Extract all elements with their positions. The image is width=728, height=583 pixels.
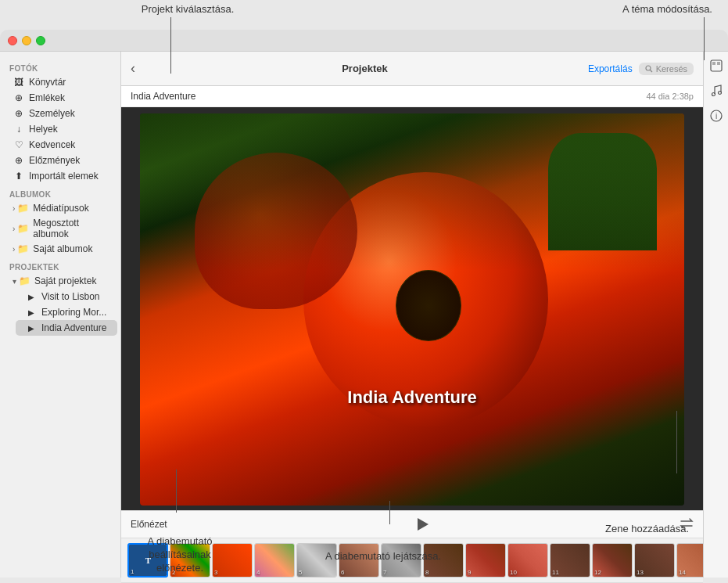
- slide-number-1: 1: [131, 568, 134, 575]
- memories-icon: ⊕: [13, 92, 25, 104]
- sidebar: Fotók 🖼 Könyvtár ⊕ Emlékek ⊕ Személyek ↓…: [0, 52, 121, 578]
- filmstrip-slide-11[interactable]: 11: [550, 543, 590, 578]
- search-placeholder: Keresés: [656, 64, 687, 74]
- disclosure-megosztott: ›: [13, 225, 15, 233]
- sidebar-item-elozmények[interactable]: ⊕ Előzmények: [3, 153, 117, 168]
- project-title: India Adventure: [131, 91, 195, 102]
- slide-number-2: 2: [172, 569, 175, 576]
- slideshow-preview: India Adventure: [140, 113, 684, 506]
- music-button[interactable]: [708, 83, 724, 99]
- sidebar-item-sajat-projektek[interactable]: ▾ 📁 Saját projektek: [3, 273, 117, 289]
- titlebar: [0, 30, 728, 52]
- filmstrip-slide-3[interactable]: 3: [212, 543, 253, 578]
- slide-number-13: 13: [637, 569, 644, 576]
- main-content: ‹ Projektek Exportálás Keresés India Adv…: [121, 52, 703, 583]
- slide-thumb-2: [170, 544, 210, 577]
- sidebar-item-importalt[interactable]: ⬆ Importált elemek: [3, 168, 117, 184]
- back-button[interactable]: ‹: [131, 60, 135, 77]
- annotation-projekt-kivalasztasa: Projekt kiválasztása.: [125, 3, 250, 16]
- slide-number-10: 10: [510, 569, 517, 576]
- repeat-button[interactable]: [680, 518, 694, 531]
- sidebar-item-exploring[interactable]: ▶ Exploring Mor...: [16, 304, 117, 320]
- slide-thumb-1: T: [129, 545, 167, 576]
- slideshow-title: India Adventure: [347, 387, 476, 408]
- disclosure-projektek: ▾: [13, 277, 16, 286]
- slide-number-8: 8: [425, 569, 429, 576]
- project-area: India Adventure 44 dia 2:38p India Adven…: [121, 86, 703, 583]
- slideshow-icon-exploring: ▶: [25, 306, 38, 318]
- controls-bar: Előnézet: [121, 510, 703, 538]
- slideshow-icon-india: ▶: [25, 322, 38, 334]
- toolbar-title: Projektek: [148, 63, 582, 74]
- slide-number-5: 5: [299, 569, 302, 576]
- import-icon: ⬆: [13, 170, 25, 182]
- project-info: 44 dia 2:38p: [646, 92, 694, 101]
- slide-number-7: 7: [383, 569, 386, 576]
- sidebar-item-konyvtar[interactable]: 🖼 Könyvtár: [3, 74, 117, 90]
- my-albums-icon: 📁: [16, 243, 29, 255]
- svg-rect-2: [717, 62, 720, 65]
- search-icon: [645, 65, 653, 73]
- filmstrip-slide-6[interactable]: 6: [339, 543, 379, 578]
- media-types-icon: 📁: [16, 202, 29, 214]
- slide-number-12: 12: [594, 569, 601, 576]
- filmstrip-slide-7[interactable]: 7: [381, 543, 421, 578]
- svg-point-7: [646, 66, 651, 70]
- filmstrip-slide-1[interactable]: T 1: [127, 543, 168, 578]
- filmstrip-slide-10[interactable]: 10: [507, 543, 548, 578]
- minimize-button[interactable]: [22, 36, 31, 45]
- slide-thumb-4: [255, 544, 294, 577]
- shared-icon: 📁: [16, 222, 29, 235]
- slide-number-6: 6: [341, 569, 344, 576]
- slide-thumb-6: [339, 544, 378, 577]
- sidebar-item-szemelyek[interactable]: ⊕ Személyek: [3, 106, 117, 121]
- export-button[interactable]: Exportálás: [588, 63, 633, 74]
- slide-thumb-3: [213, 544, 252, 577]
- slide-number-4: 4: [256, 569, 260, 576]
- filmstrip-slide-5[interactable]: 5: [296, 543, 337, 578]
- svg-text:i: i: [715, 112, 716, 121]
- sidebar-item-visit-lisbon[interactable]: ▶ Visit to Lisbon: [16, 289, 117, 304]
- sidebar-item-mediatipusok[interactable]: › 📁 Médiatípusok: [3, 200, 117, 216]
- sidebar-item-emlekek[interactable]: ⊕ Emlékek: [3, 90, 117, 106]
- section-projektek: Projektek: [0, 257, 120, 273]
- filmstrip-slide-14[interactable]: 14: [676, 543, 703, 578]
- play-button[interactable]: [414, 516, 432, 533]
- slide-thumb-7: [382, 544, 421, 577]
- filmstrip-slide-13[interactable]: 13: [634, 543, 675, 578]
- svg-rect-1: [712, 62, 715, 65]
- section-fotos: Fotók: [0, 58, 120, 74]
- sidebar-item-megosztott[interactable]: › 📁 Megosztott albumok: [3, 216, 117, 241]
- sidebar-item-helyek[interactable]: ↓ Helyek: [3, 121, 117, 137]
- right-sidebar: i: [703, 52, 728, 578]
- filmstrip-slide-9[interactable]: 9: [465, 543, 506, 578]
- traffic-lights: [8, 36, 45, 45]
- repeat-icon: [680, 518, 694, 529]
- close-button[interactable]: [8, 36, 17, 45]
- sidebar-item-sajat-albumok[interactable]: › 📁 Saját albumok: [3, 241, 117, 257]
- info-button[interactable]: i: [708, 108, 724, 124]
- toolbar: ‹ Projektek Exportálás Keresés: [121, 52, 703, 86]
- filmstrip-slide-4[interactable]: 4: [254, 543, 295, 578]
- slide-thumb-5: [297, 544, 336, 577]
- maximize-button[interactable]: [36, 36, 45, 45]
- slide-thumb-8: [424, 544, 463, 577]
- filmstrip-slide-8[interactable]: 8: [423, 543, 464, 578]
- disclosure-sajat: ›: [13, 245, 15, 254]
- sidebar-item-india-adventure[interactable]: ▶ India Adventure: [16, 320, 117, 336]
- project-header: India Adventure 44 dia 2:38p: [121, 86, 703, 107]
- search-box[interactable]: Keresés: [639, 63, 694, 75]
- play-icon: [418, 518, 429, 531]
- people-icon: ⊕: [13, 107, 25, 120]
- svg-line-8: [650, 70, 652, 72]
- svg-point-4: [718, 92, 721, 95]
- history-icon: ⊕: [13, 154, 25, 167]
- theme-button[interactable]: [708, 58, 724, 74]
- filmstrip-slide-12[interactable]: 12: [592, 543, 633, 578]
- disclosure-mediatipusok: ›: [13, 204, 15, 213]
- library-icon: 🖼: [13, 76, 25, 88]
- sidebar-item-kedvencek[interactable]: ♡ Kedvencek: [3, 137, 117, 153]
- slide-number-9: 9: [468, 569, 471, 576]
- filmstrip-slide-2[interactable]: 2: [170, 543, 210, 578]
- favorites-icon: ♡: [13, 139, 25, 151]
